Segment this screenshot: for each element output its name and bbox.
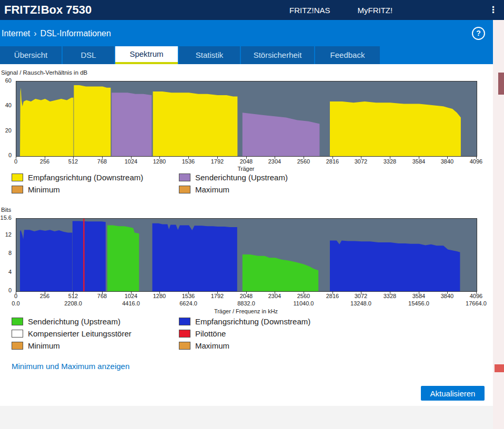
legend-item-maximum: Maximum: [179, 342, 310, 350]
bits-chart-freq-tick: 4416.0: [115, 300, 147, 307]
legend-label: Empfangsrichtung (Downstream): [28, 173, 143, 182]
snr-chart-xtick: 3584: [407, 158, 430, 165]
bits-chart-xtick: 2560: [292, 293, 315, 299]
empfangsrichtung-downstream-swatch-icon: [179, 318, 190, 325]
app-title: FRITZ!Box 7530: [4, 0, 92, 20]
link-fritznas[interactable]: FRITZ!NAS: [289, 6, 330, 15]
snr-chart-xtick: 3328: [378, 158, 401, 165]
bits-chart-xtick: 768: [90, 293, 114, 299]
bits-chart-freq-tick: 17664.0: [460, 300, 492, 307]
snr-chart-xtick: 768: [90, 158, 114, 165]
bits-chart-xtick: 512: [62, 293, 85, 299]
bits-chart-freq-tick: 6624.0: [173, 300, 204, 307]
maximum-swatch-icon: [179, 342, 190, 350]
snr-chart-xtick: 2048: [235, 158, 258, 165]
bits-chart-xtick: 3840: [436, 293, 459, 299]
top-bar: FRITZ!Box 7530 FRITZ!NAS MyFRITZ! ⋮: [0, 0, 504, 20]
senderichtung-upstream-swatch-icon: [12, 318, 23, 325]
bits-chart-xtick: 2048: [235, 293, 258, 299]
tab-stoersicherheit[interactable]: Störsicherheit: [241, 46, 314, 64]
legend-item-minimum: Minimum: [12, 342, 179, 350]
legend-label: Maximum: [195, 341, 229, 350]
minimum-swatch-icon: [12, 186, 23, 193]
legend-item-senderichtung-upstream: Senderichtung (Upstream): [179, 173, 288, 181]
legend-item-maximum: Maximum: [179, 186, 288, 193]
tab-uebersicht[interactable]: Übersicht: [0, 46, 62, 64]
snr-chart-xtick: 2560: [292, 158, 315, 165]
legend-label: Kompensierter Leitungsstörer: [28, 329, 132, 338]
legend-label: Minimum: [28, 185, 60, 194]
minimum-swatch-icon: [12, 342, 23, 350]
bits-chart-freq-tick: 8832.0: [230, 300, 262, 307]
snr-chart-xtick: 1536: [177, 158, 200, 165]
desktop-fragment: [495, 364, 504, 372]
legend-label: Pilottöne: [195, 329, 226, 338]
bits-chart-plot: [16, 218, 477, 292]
section-bar: Internet›DSL-Informationen ? ÜbersichtDS…: [0, 20, 493, 64]
fritzbox-ui-page: FRITZ!Box 7530 FRITZ!NAS MyFRITZ! ⋮ Inte…: [0, 0, 504, 429]
bits-chart-xtick: 3072: [349, 293, 372, 299]
snr-chart-xtick: 256: [33, 158, 56, 165]
tab-spektrum[interactable]: Spektrum: [115, 46, 178, 64]
refresh-button[interactable]: Aktualisieren: [421, 386, 485, 401]
bits-chart-ytick: 12: [0, 231, 14, 238]
snr-chart-axis-label: Träger: [16, 166, 476, 172]
bits-chart-ytick: 8: [0, 250, 14, 257]
snr-chart: Signal / Rausch-Verhältnis in dB 6040200…: [0, 69, 493, 175]
bits-chart-freq-tick: 0.0: [0, 300, 32, 307]
snr-chart-ytick: 60: [0, 77, 14, 84]
snr-chart-xtick: 512: [62, 158, 85, 165]
snr-chart-ytick: 40: [0, 102, 14, 109]
desktop-fragment: [498, 73, 504, 95]
show-minmax-link[interactable]: Minimum und Maximum anzeigen: [12, 362, 129, 371]
empfangsrichtung-downstream-swatch-icon: [12, 173, 23, 181]
bits-chart-freq-tick: 13248.0: [345, 300, 377, 307]
bits-chart-xtick: 3584: [407, 293, 430, 299]
legend-item-senderichtung-upstream: Senderichtung (Upstream): [12, 318, 179, 325]
breadcrumb-section[interactable]: Internet: [2, 29, 30, 38]
maximum-swatch-icon: [179, 186, 190, 193]
tab-statistik[interactable]: Statistik: [179, 46, 240, 64]
bits-chart-xtick: 0: [4, 293, 27, 299]
bits-chart-ytick: 15.6: [0, 214, 14, 221]
snr-chart-xtick: 1024: [119, 158, 143, 165]
legend-item-minimum: Minimum: [12, 186, 179, 193]
tab-feedback[interactable]: Feedback: [315, 46, 380, 64]
breadcrumb: Internet›DSL-Informationen: [2, 29, 111, 38]
bits-chart-xtick: 1024: [119, 293, 143, 299]
legend-item-empfangsrichtung-downstream: Empfangsrichtung (Downstream): [179, 318, 310, 325]
bits-chart-xtick: 1536: [177, 293, 200, 299]
content-area: Signal / Rausch-Verhältnis in dB 6040200…: [0, 64, 493, 429]
breadcrumb-page: DSL-Informationen: [41, 29, 111, 38]
snr-chart-plot: [16, 81, 477, 157]
snr-chart-xtick: 4096: [465, 158, 488, 165]
kebab-menu-icon[interactable]: ⋮: [489, 0, 498, 20]
bits-chart-legend: Senderichtung (Upstream)Empfangsrichtung…: [12, 318, 310, 350]
bits-chart-freq-tick: 15456.0: [403, 300, 435, 307]
legend-label: Minimum: [28, 341, 60, 350]
legend-item-kompensierter-leitungsst-rer: Kompensierter Leitungsstörer: [12, 330, 179, 338]
top-nav: FRITZ!NAS MyFRITZ!: [289, 0, 420, 20]
snr-chart-xtick: 0: [4, 158, 27, 165]
snr-chart-xtick: 2816: [321, 158, 344, 165]
snr-chart-xtick: 1280: [148, 158, 171, 165]
kompensierter-leitungsst-rer-swatch-icon: [12, 330, 23, 338]
tab-dsl[interactable]: DSL: [63, 46, 114, 64]
bits-chart-xtick: 2816: [321, 293, 344, 299]
desktop-edge: [493, 20, 504, 429]
legend-item-pilott-ne: Pilottöne: [179, 330, 310, 338]
bits-chart-axis-label: Träger / Frequenz in kHz: [16, 308, 476, 314]
bits-chart-freq-tick: 11040.0: [288, 300, 319, 307]
bits-chart-title: Bits: [1, 207, 11, 213]
snr-chart-xtick: 3840: [436, 158, 459, 165]
bits-chart-xtick: 3328: [378, 293, 401, 299]
link-myfritz[interactable]: MyFRITZ!: [358, 6, 393, 15]
help-icon[interactable]: ?: [472, 27, 485, 40]
snr-chart-xtick: 2304: [263, 158, 286, 165]
snr-chart-xtick: 3072: [349, 158, 372, 165]
legend-label: Senderichtung (Upstream): [195, 173, 288, 182]
legend-item-empfangsrichtung-downstream: Empfangsrichtung (Downstream): [12, 173, 179, 181]
footer-strip: [0, 406, 493, 429]
legend-label: Maximum: [195, 185, 229, 194]
bits-chart-freq-tick: 2208.0: [57, 300, 89, 307]
